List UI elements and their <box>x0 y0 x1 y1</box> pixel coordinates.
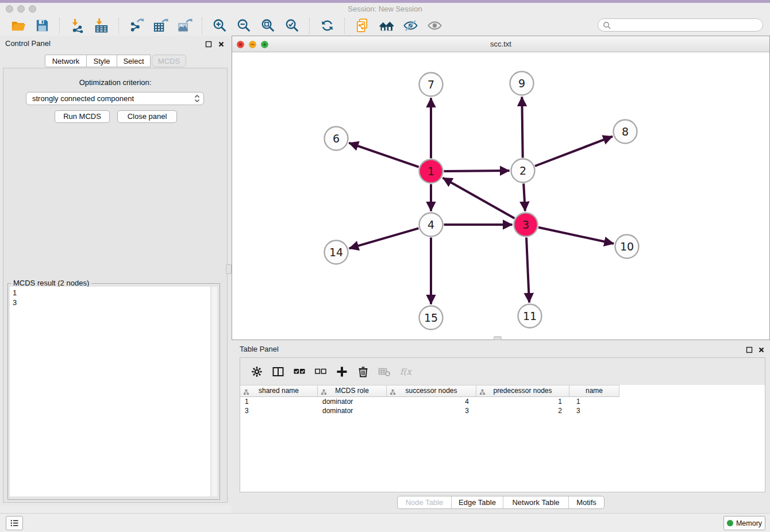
mcds-result-list[interactable]: 13 <box>10 287 210 496</box>
tab-select[interactable]: Select <box>117 55 151 67</box>
tab-mcds[interactable]: MCDS <box>152 55 186 67</box>
vertical-splitter-handle[interactable] <box>226 264 232 274</box>
graph-node-7[interactable]: 7 <box>419 73 443 97</box>
import-network-icon[interactable] <box>68 17 86 34</box>
mcds-panel: Optimization criterion: strongly connect… <box>3 68 228 503</box>
control-panel-title: Control Panel <box>5 39 51 48</box>
graph-edge-1-6[interactable] <box>349 143 419 167</box>
tab-style[interactable]: Style <box>86 55 117 67</box>
select-all-icon[interactable] <box>292 365 306 379</box>
toolbar-separator <box>59 18 60 34</box>
optimization-criterion-label: Optimization criterion: <box>3 78 227 87</box>
svg-text:8: 8 <box>622 125 629 138</box>
graph-node-2[interactable]: 2 <box>511 159 535 183</box>
export-table-icon[interactable] <box>152 17 169 34</box>
zoom-fit-icon[interactable] <box>259 17 276 34</box>
search-input[interactable] <box>614 21 758 29</box>
svg-text:7: 7 <box>428 78 434 91</box>
memory-button[interactable]: Memory <box>723 516 765 530</box>
table-tabs: Node TableEdge TableNetwork TableMotifs <box>397 496 605 509</box>
save-session-icon[interactable] <box>33 17 51 34</box>
zoom-selected-icon[interactable] <box>283 17 301 34</box>
table-row[interactable]: 3dominator323 <box>240 406 765 415</box>
export-network-icon[interactable] <box>128 17 145 34</box>
column-header-successor-nodes[interactable]: successor nodes <box>387 385 476 397</box>
deselect-all-icon[interactable] <box>314 365 328 379</box>
table-body: 1dominator4113dominator323 <box>240 397 765 492</box>
float-table-panel-icon[interactable] <box>745 346 753 354</box>
column-header-predecessor-nodes[interactable]: predecessor nodes <box>476 385 569 397</box>
network-view-window: scc.txt 7968124314101511 <box>232 36 770 340</box>
new-column-icon[interactable] <box>335 365 349 379</box>
column-header-mcds-role[interactable]: MCDS role <box>318 385 387 397</box>
tab-node-table[interactable]: Node Table <box>398 496 451 508</box>
svg-text:14: 14 <box>329 246 343 259</box>
show-graphics-details-icon[interactable] <box>426 17 443 34</box>
graph-node-8[interactable]: 8 <box>614 120 637 144</box>
column-header-shared-name[interactable]: shared name <box>240 385 318 397</box>
tab-network-table[interactable]: Network Table <box>503 496 568 508</box>
table-row[interactable]: 1dominator411 <box>240 397 765 406</box>
node-table-frame: f(x) shared nameMCDS rolesuccessor nodes… <box>240 357 765 492</box>
close-table-panel-icon[interactable] <box>757 346 765 354</box>
graph-edge-2-8[interactable] <box>535 136 613 166</box>
show-columns-icon[interactable] <box>271 365 285 379</box>
graph-node-1[interactable]: 1 <box>419 160 443 183</box>
cell-shared-name: 3 <box>240 406 318 415</box>
graph-node-3[interactable]: 3 <box>514 213 538 237</box>
cell-successor-nodes: 4 <box>387 397 476 406</box>
graph-node-11[interactable]: 11 <box>518 304 542 328</box>
hide-graphics-details-icon[interactable] <box>402 17 419 34</box>
horizontal-splitter-handle[interactable] <box>494 336 502 340</box>
float-panel-icon[interactable] <box>205 40 213 48</box>
svg-text:2: 2 <box>519 164 526 177</box>
show-panels-button[interactable] <box>6 516 23 530</box>
graph-edge-3-11[interactable] <box>526 238 529 303</box>
first-neighbors-icon[interactable] <box>378 17 395 34</box>
toolbar-separator <box>309 18 310 34</box>
function-builder-icon: f(x) <box>399 365 413 379</box>
criterion-value: strongly connected component <box>32 94 193 103</box>
graph-edge-3-10[interactable] <box>538 228 614 244</box>
graph-edge-4-14[interactable] <box>349 228 419 248</box>
cell-mcds-role: dominator <box>318 397 387 406</box>
svg-text:6: 6 <box>333 132 340 145</box>
column-header-name[interactable]: name <box>569 385 619 397</box>
graph-node-6[interactable]: 6 <box>325 127 348 151</box>
graph-node-4[interactable]: 4 <box>419 213 443 237</box>
export-image-icon[interactable] <box>176 17 193 34</box>
table-settings-icon[interactable] <box>250 365 264 379</box>
memory-status-icon <box>727 520 733 526</box>
network-from-selection-icon[interactable] <box>353 17 371 34</box>
graph-node-9[interactable]: 9 <box>510 72 534 95</box>
result-scrollbar[interactable] <box>211 287 217 496</box>
zoom-in-icon[interactable] <box>211 17 228 34</box>
tab-edge-table[interactable]: Edge Table <box>451 496 503 508</box>
list-icon <box>10 518 20 528</box>
import-table-icon[interactable] <box>93 17 110 34</box>
network-canvas[interactable]: 7968124314101511 <box>232 52 769 340</box>
mcds-result-item: 1 <box>13 288 207 298</box>
run-mcds-button[interactable]: Run MCDS <box>55 110 110 123</box>
refresh-layout-icon[interactable] <box>318 17 336 34</box>
optimization-criterion-select[interactable]: strongly connected component <box>26 92 204 105</box>
tab-motifs[interactable]: Motifs <box>568 496 604 508</box>
graph-node-10[interactable]: 10 <box>615 235 639 259</box>
open-session-icon[interactable] <box>9 17 26 34</box>
graph-node-14[interactable]: 14 <box>325 241 348 264</box>
column-label: successor nodes <box>405 387 457 395</box>
graph-edge-3-1[interactable] <box>443 178 515 219</box>
mcds-result-box: MCDS result (2 nodes) 13 <box>7 283 220 500</box>
graph-edge-2-9[interactable] <box>522 97 522 158</box>
delete-column-icon[interactable] <box>356 365 370 379</box>
svg-text:3: 3 <box>522 218 529 231</box>
graph-node-15[interactable]: 15 <box>419 306 443 330</box>
close-panel-button[interactable]: Close panel <box>117 110 177 123</box>
tab-network[interactable]: Network <box>45 55 87 67</box>
graph-edge-2-3[interactable] <box>523 184 525 211</box>
graph-edge-1-2[interactable] <box>444 171 510 171</box>
search-box[interactable] <box>598 18 763 32</box>
close-panel-icon[interactable] <box>217 40 225 48</box>
mcds-result-title: MCDS result (2 nodes) <box>11 279 91 287</box>
zoom-out-icon[interactable] <box>235 17 252 34</box>
